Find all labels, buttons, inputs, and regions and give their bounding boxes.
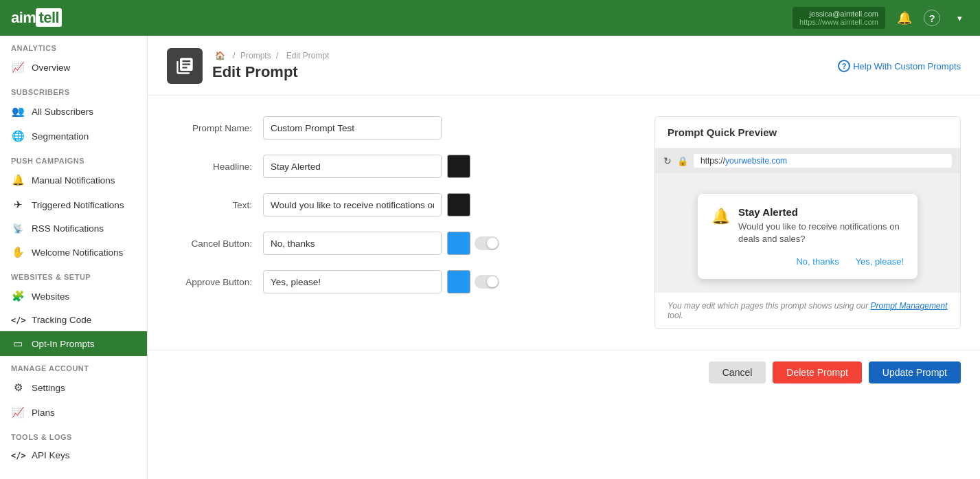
sidebar-item-label: Triggered Notifications (32, 200, 124, 210)
approve-button-input[interactable] (263, 270, 442, 293)
preview-browser-bar: ↻ 🔒 https://yourwebsite.com (655, 148, 960, 173)
prompt-name-input[interactable] (263, 116, 442, 140)
cancel-button-color-swatch[interactable] (447, 232, 470, 255)
plans-icon: 📈 (11, 406, 25, 419)
top-navigation: aimtell jessica@aimtell.com https://www.… (0, 0, 980, 36)
notifications-icon[interactable]: 🔔 (895, 10, 914, 25)
approve-button-toggle-container (475, 275, 499, 289)
rss-icon: 📡 (11, 223, 25, 234)
section-websites-setup: WEBSITES & SETUP (0, 265, 147, 284)
cancel-button-toggle[interactable] (475, 236, 499, 250)
prompt-cancel-button[interactable]: No, thanks (796, 256, 839, 267)
help-link[interactable]: ? Help With Custom Prompts (838, 60, 961, 72)
sidebar-item-label: All Subscribers (32, 107, 93, 117)
chart-icon: 📈 (11, 61, 25, 74)
code-icon: </> (11, 315, 25, 325)
breadcrumb-prompts[interactable]: Prompts (240, 51, 271, 60)
prompt-card-text: Stay Alerted Would you like to receive n… (738, 206, 904, 245)
sidebar-item-api-keys[interactable]: </> API Keys (0, 444, 147, 467)
form-row-headline: Headline: (167, 155, 634, 178)
sidebar-item-rss-notifications[interactable]: 📡 RSS Notifications (0, 217, 147, 240)
main-layout: ANALYTICS 📈 Overview SUBSCRIBERS 👥 All S… (0, 36, 980, 479)
sidebar-item-tracking-code[interactable]: </> Tracking Code (0, 309, 147, 331)
cancel-button-toggle-container (475, 236, 499, 250)
help-link-label: Help With Custom Prompts (853, 61, 961, 71)
approve-button-color-swatch[interactable] (447, 270, 470, 293)
user-email: jessica@aimtell.com (799, 10, 878, 18)
sidebar-item-settings[interactable]: ⚙ Settings (0, 375, 147, 400)
help-circle-icon: ? (838, 60, 850, 72)
page-header-left: 🏠 / Prompts / Edit Prompt Edit Prompt (167, 48, 332, 84)
breadcrumb-separator2: / (276, 51, 281, 60)
prompt-management-link[interactable]: Prompt Management (871, 301, 948, 311)
refresh-icon[interactable]: ↻ (663, 155, 672, 166)
settings-icon: ⚙ (11, 381, 25, 394)
api-icon: </> (11, 451, 25, 460)
send-icon: ✈ (11, 199, 25, 211)
sidebar-item-label: Segmentation (32, 131, 89, 142)
preview-note: You may edit which pages this prompt sho… (655, 293, 960, 328)
headline-color-swatch[interactable] (447, 155, 470, 178)
text-color-swatch[interactable] (447, 193, 470, 216)
cancel-button-label: Cancel Button: (167, 238, 263, 249)
preview-note-suffix: tool. (668, 311, 683, 320)
section-analytics: ANALYTICS (0, 36, 147, 55)
breadcrumb-current: Edit Prompt (286, 51, 330, 60)
prompt-headline: Stay Alerted (738, 206, 904, 218)
sidebar-item-overview[interactable]: 📈 Overview (0, 55, 147, 80)
sidebar-item-segmentation[interactable]: 🌐 Segmentation (0, 124, 147, 148)
sidebar-item-welcome-notifications[interactable]: ✋ Welcome Notifications (0, 240, 147, 265)
form-row-text: Text: (167, 193, 634, 216)
page-header: 🏠 / Prompts / Edit Prompt Edit Prompt ? … (148, 36, 980, 96)
users-icon: 👥 (11, 105, 25, 118)
content-area: 🏠 / Prompts / Edit Prompt Edit Prompt ? … (148, 36, 980, 479)
bell-icon: 🔔 (11, 174, 25, 186)
puzzle-icon: 🧩 (11, 290, 25, 302)
sidebar-item-opt-in-prompts[interactable]: ▭ Opt-In Prompts (0, 331, 147, 356)
cancel-button[interactable]: Cancel (709, 361, 766, 383)
section-push-campaigns: PUSH CAMPAIGNS (0, 148, 147, 168)
form-row-approve-button: Approve Button: (167, 270, 634, 293)
preview-note-text: You may edit which pages this prompt sho… (668, 301, 868, 311)
url-domain: yourwebsite.com (725, 156, 787, 166)
cancel-button-input[interactable] (263, 232, 442, 255)
breadcrumb-separator: / (233, 51, 238, 60)
approve-button-toggle[interactable] (475, 275, 499, 289)
delete-prompt-button[interactable]: Delete Prompt (773, 361, 861, 383)
help-icon[interactable]: ? (924, 10, 940, 26)
book-icon (175, 56, 194, 76)
user-dropdown-icon[interactable]: ▾ (950, 13, 969, 23)
prompt-approve-button[interactable]: Yes, please! (856, 256, 904, 267)
form-left: Prompt Name: Headline: Text: Cancel Butt… (167, 116, 634, 329)
sidebar-item-label: Websites (32, 291, 69, 302)
user-site: https://www.aimtell.com (799, 18, 878, 26)
headline-label: Headline: (167, 161, 263, 172)
page-header-text: 🏠 / Prompts / Edit Prompt Edit Prompt (212, 51, 332, 81)
form-row-cancel-button: Cancel Button: (167, 232, 634, 255)
sidebar-item-websites[interactable]: 🧩 Websites (0, 284, 147, 309)
section-manage-account: MANAGE ACCOUNT (0, 356, 147, 375)
form-row-prompt-name: Prompt Name: (167, 116, 634, 140)
logo[interactable]: aimtell (11, 9, 62, 27)
sidebar-item-plans[interactable]: 📈 Plans (0, 400, 147, 425)
sidebar-item-all-subscribers[interactable]: 👥 All Subscribers (0, 99, 147, 124)
sidebar-item-manual-notifications[interactable]: 🔔 Manual Notifications (0, 168, 147, 192)
page-title: Edit Prompt (212, 63, 332, 81)
prompt-name-label: Prompt Name: (167, 123, 263, 133)
sidebar-item-label: Opt-In Prompts (32, 339, 95, 349)
section-tools-logs: TOOLS & LOGS (0, 425, 147, 444)
sidebar-item-label: Settings (32, 383, 65, 393)
text-input[interactable] (263, 193, 442, 216)
sidebar-item-label: Welcome Notifications (32, 247, 123, 258)
sidebar-item-label: RSS Notifications (32, 223, 104, 234)
footer-buttons: Cancel Delete Prompt Update Prompt (148, 350, 980, 394)
sidebar-item-label: Manual Notifications (32, 175, 115, 186)
sidebar-item-label: Overview (32, 63, 70, 73)
sidebar-item-triggered-notifications[interactable]: ✈ Triggered Notifications (0, 192, 147, 217)
user-info: jessica@aimtell.com https://www.aimtell.… (793, 7, 885, 29)
home-icon: 🏠 (215, 51, 225, 60)
prompt-card-header: 🔔 Stay Alerted Would you like to receive… (711, 206, 904, 245)
text-label: Text: (167, 200, 263, 210)
headline-input[interactable] (263, 155, 442, 178)
update-prompt-button[interactable]: Update Prompt (869, 361, 961, 383)
